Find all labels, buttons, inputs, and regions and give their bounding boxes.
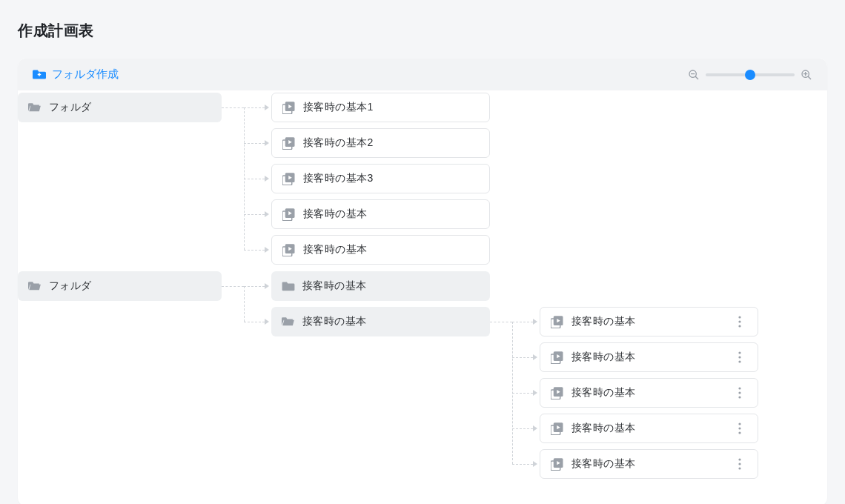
folder-open-icon [28,101,42,114]
svg-line-4 [695,76,698,79]
svg-point-33 [738,396,740,398]
item-node[interactable]: 接客時の基本 [540,342,758,372]
video-stack-icon [551,351,564,364]
svg-line-8 [808,76,811,79]
svg-point-32 [738,391,740,394]
svg-point-22 [738,320,740,322]
svg-point-28 [738,360,740,362]
more-menu-button[interactable] [732,382,747,403]
item-node[interactable]: 接客時の基本 [271,199,490,229]
item-label: 接客時の基本 [571,457,725,471]
video-stack-icon [282,101,296,114]
item-label: 接客時の基本 [571,315,725,328]
item-label: 接客時の基本3 [303,172,479,185]
folder-open-icon [28,279,42,293]
item-label: 接客時の基本 [571,422,725,435]
svg-point-43 [738,467,740,469]
svg-point-36 [738,422,740,425]
item-node[interactable]: 接客時の基本1 [271,93,490,122]
item-node[interactable]: 接客時の基本 [540,307,758,336]
video-stack-icon [551,457,564,471]
svg-point-41 [738,458,740,460]
folder-plus-icon [33,68,46,82]
video-stack-icon [282,172,296,185]
svg-point-21 [738,316,740,318]
toolbar: フォルダ作成 [18,59,827,90]
item-label: 接客時の基本 [303,243,479,256]
item-node[interactable]: 接客時の基本 [540,449,758,479]
item-label: 接客時の基本 [303,208,479,221]
create-folder-button[interactable]: フォルダ作成 [33,67,119,82]
zoom-slider-thumb[interactable] [745,70,755,80]
video-stack-icon [282,243,296,256]
svg-point-42 [738,462,740,465]
item-label: 接客時の基本 [571,351,725,364]
item-node[interactable]: 接客時の基本3 [271,164,490,193]
subfolder-label: 接客時の基本 [302,279,480,293]
folder-open-icon [282,315,295,328]
tree-area: フォルダ フォルダ 接客時の基本1 [18,90,827,504]
video-stack-icon [551,422,564,435]
folder-node[interactable]: フォルダ [18,271,222,301]
item-node[interactable]: 接客時の基本2 [271,128,490,158]
create-folder-label: フォルダ作成 [52,67,119,82]
zoom-controls [688,69,812,81]
item-label: 接客時の基本1 [303,101,479,114]
item-label: 接客時の基本2 [303,136,479,150]
zoom-out-icon[interactable] [688,69,700,81]
more-menu-button[interactable] [732,347,747,368]
page-title: 作成計画表 [18,21,827,41]
subfolder-node[interactable]: 接客時の基本 [271,271,490,301]
subfolder-label: 接客時の基本 [302,315,480,328]
more-menu-button[interactable] [732,311,747,332]
more-menu-button[interactable] [732,454,747,474]
item-node[interactable]: 接客時の基本 [540,378,758,408]
video-stack-icon [551,315,564,328]
svg-point-23 [738,325,740,327]
item-node[interactable]: 接客時の基本 [540,414,758,443]
folder-node[interactable]: フォルダ [18,93,222,122]
folder-label: フォルダ [49,101,211,114]
svg-point-37 [738,427,740,429]
svg-rect-1 [39,73,40,76]
subfolder-node[interactable]: 接客時の基本 [271,307,490,336]
zoom-slider[interactable] [706,73,795,76]
video-stack-icon [551,386,564,399]
svg-point-31 [738,387,740,389]
video-stack-icon [282,208,296,221]
item-node[interactable]: 接客時の基本 [271,235,490,265]
zoom-in-icon[interactable] [801,69,812,81]
svg-point-38 [738,431,740,434]
item-label: 接客時の基本 [571,386,725,399]
main-panel: フォルダ作成 [18,59,827,504]
svg-point-27 [738,356,740,358]
svg-point-26 [738,351,740,354]
video-stack-icon [282,136,296,150]
more-menu-button[interactable] [732,418,747,439]
folder-closed-icon [282,279,295,293]
folder-label: フォルダ [49,279,211,293]
